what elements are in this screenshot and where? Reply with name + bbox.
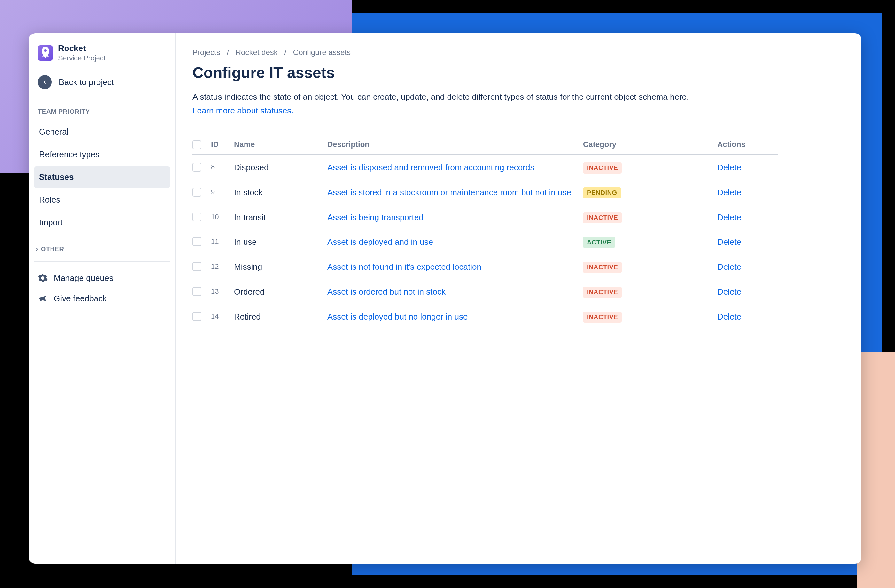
row-id: 12 bbox=[211, 261, 234, 271]
back-to-project-link[interactable]: Back to project bbox=[34, 68, 170, 96]
row-description-link[interactable]: Asset is stored in a stockroom or mainte… bbox=[327, 186, 583, 199]
row-name: Ordered bbox=[234, 286, 327, 297]
give-feedback-label: Give feedback bbox=[54, 294, 107, 304]
status-badge: INACTIVE bbox=[583, 262, 622, 273]
breadcrumb-separator: / bbox=[227, 48, 229, 56]
col-description: Description bbox=[327, 140, 583, 149]
row-description-link[interactable]: Asset is deployed and in use bbox=[327, 236, 583, 248]
row-category: PENDING bbox=[583, 186, 717, 199]
row-category: ACTIVE bbox=[583, 236, 717, 248]
delete-link[interactable]: Delete bbox=[717, 311, 778, 322]
table-row: 14RetiredAsset is deployed but no longer… bbox=[193, 305, 778, 329]
sidebar-section-other[interactable]: OTHER bbox=[34, 235, 170, 259]
col-actions: Actions bbox=[717, 140, 778, 149]
row-checkbox[interactable] bbox=[193, 287, 202, 296]
row-id: 10 bbox=[211, 212, 234, 221]
status-badge: INACTIVE bbox=[583, 162, 622, 174]
status-badge: INACTIVE bbox=[583, 312, 622, 323]
delete-link[interactable]: Delete bbox=[717, 186, 778, 197]
row-checkbox[interactable] bbox=[193, 262, 202, 271]
row-name: In use bbox=[234, 236, 327, 247]
col-name: Name bbox=[234, 140, 327, 149]
breadcrumb-projects[interactable]: Projects bbox=[193, 48, 220, 56]
delete-link[interactable]: Delete bbox=[717, 286, 778, 297]
row-checkbox[interactable] bbox=[193, 237, 202, 246]
project-header: Rocket Service Project bbox=[34, 41, 170, 68]
table-body: 8DisposedAsset is disposed and removed f… bbox=[193, 155, 778, 329]
row-description-link[interactable]: Asset is being transported bbox=[327, 212, 583, 224]
arrow-left-icon bbox=[38, 75, 52, 89]
sidebar-item-import[interactable]: Import bbox=[34, 212, 170, 233]
sidebar-item-give-feedback[interactable]: Give feedback bbox=[34, 288, 170, 309]
page-description: A status indicates the state of an objec… bbox=[193, 91, 845, 103]
sidebar-item-general[interactable]: General bbox=[34, 121, 170, 142]
status-badge: INACTIVE bbox=[583, 286, 622, 298]
row-name: In transit bbox=[234, 212, 327, 223]
row-id: 8 bbox=[211, 162, 234, 171]
learn-more-link[interactable]: Learn more about statuses. bbox=[193, 106, 294, 116]
row-id: 14 bbox=[211, 311, 234, 321]
row-name: Missing bbox=[234, 261, 327, 272]
divider bbox=[29, 98, 176, 99]
row-description-link[interactable]: Asset is disposed and removed from accou… bbox=[327, 162, 583, 174]
sidebar-item-roles[interactable]: Roles bbox=[34, 189, 170, 211]
app-window: Rocket Service Project Back to project T… bbox=[29, 33, 862, 564]
row-id: 13 bbox=[211, 286, 234, 296]
row-id: 11 bbox=[211, 236, 234, 246]
project-type: Service Project bbox=[58, 54, 105, 62]
row-name: Retired bbox=[234, 311, 327, 322]
row-description-link[interactable]: Asset is ordered but not in stock bbox=[327, 286, 583, 298]
row-id: 9 bbox=[211, 186, 234, 196]
table-row: 9In stockAsset is stored in a stockroom … bbox=[193, 180, 778, 205]
back-label: Back to project bbox=[59, 77, 114, 87]
row-name: Disposed bbox=[234, 162, 327, 173]
row-checkbox[interactable] bbox=[193, 188, 202, 197]
table-row: 11In useAsset is deployed and in useACTI… bbox=[193, 230, 778, 255]
delete-link[interactable]: Delete bbox=[717, 236, 778, 247]
page-title: Configure IT assets bbox=[193, 64, 845, 82]
row-category: INACTIVE bbox=[583, 162, 717, 174]
delete-link[interactable]: Delete bbox=[717, 212, 778, 223]
select-all-checkbox[interactable] bbox=[193, 140, 202, 149]
divider bbox=[34, 261, 170, 262]
sidebar-item-manage-queues[interactable]: Manage queues bbox=[34, 268, 170, 288]
table-row: 8DisposedAsset is disposed and removed f… bbox=[193, 155, 778, 180]
statuses-table: ID Name Description Category Actions 8Di… bbox=[193, 134, 778, 329]
row-name: In stock bbox=[234, 186, 327, 197]
decorative-bg-peach bbox=[857, 352, 895, 588]
row-category: INACTIVE bbox=[583, 311, 717, 323]
row-category: INACTIVE bbox=[583, 286, 717, 298]
gear-icon bbox=[38, 273, 48, 283]
breadcrumb-separator: / bbox=[284, 48, 287, 56]
sidebar-item-statuses[interactable]: Statuses bbox=[34, 167, 170, 188]
status-badge: ACTIVE bbox=[583, 237, 615, 248]
row-category: INACTIVE bbox=[583, 212, 717, 223]
sidebar-item-reference-types[interactable]: Reference types bbox=[34, 144, 170, 165]
row-description-link[interactable]: Asset is not found in it's expected loca… bbox=[327, 261, 583, 273]
main-content: Projects / Rocket desk / Configure asset… bbox=[176, 33, 862, 564]
row-description-link[interactable]: Asset is deployed but no longer in use bbox=[327, 311, 583, 323]
breadcrumb-rocket-desk[interactable]: Rocket desk bbox=[235, 48, 278, 56]
table-header: ID Name Description Category Actions bbox=[193, 134, 778, 155]
sidebar: Rocket Service Project Back to project T… bbox=[29, 33, 176, 564]
breadcrumb-configure-assets[interactable]: Configure assets bbox=[293, 48, 350, 56]
delete-link[interactable]: Delete bbox=[717, 261, 778, 272]
row-checkbox[interactable] bbox=[193, 312, 202, 321]
delete-link[interactable]: Delete bbox=[717, 162, 778, 173]
project-icon bbox=[38, 45, 53, 61]
sidebar-section-other-label: OTHER bbox=[41, 246, 64, 253]
row-checkbox[interactable] bbox=[193, 212, 202, 221]
col-category: Category bbox=[583, 140, 717, 149]
row-category: INACTIVE bbox=[583, 261, 717, 273]
manage-queues-label: Manage queues bbox=[54, 273, 113, 283]
table-row: 13OrderedAsset is ordered but not in sto… bbox=[193, 280, 778, 305]
col-id: ID bbox=[211, 140, 234, 149]
sidebar-section-label: TEAM PRIORITY bbox=[34, 105, 170, 121]
status-badge: PENDING bbox=[583, 187, 621, 199]
project-name: Rocket bbox=[58, 44, 105, 53]
table-row: 12MissingAsset is not found in it's expe… bbox=[193, 255, 778, 280]
breadcrumb: Projects / Rocket desk / Configure asset… bbox=[193, 48, 845, 57]
table-row: 10In transitAsset is being transportedIN… bbox=[193, 205, 778, 230]
row-checkbox[interactable] bbox=[193, 163, 202, 171]
rocket-icon bbox=[38, 45, 53, 61]
